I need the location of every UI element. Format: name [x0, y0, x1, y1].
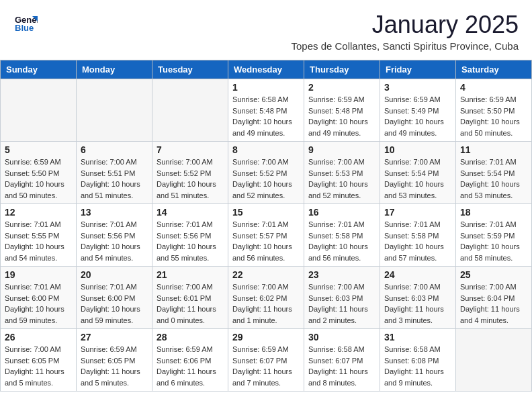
day-info: Sunrise: 7:01 AMSunset: 6:00 PMDaylight:… — [5, 281, 72, 326]
calendar-cell: 21Sunrise: 7:00 AMSunset: 6:01 PMDayligh… — [152, 267, 228, 329]
calendar-cell: 6Sunrise: 7:00 AMSunset: 5:51 PMDaylight… — [77, 142, 152, 204]
calendar-week-row: 12Sunrise: 7:01 AMSunset: 5:55 PMDayligh… — [1, 204, 532, 267]
location-subtitle: Topes de Collantes, Sancti Spiritus Prov… — [291, 40, 519, 52]
calendar-cell: 7Sunrise: 7:00 AMSunset: 5:52 PMDaylight… — [152, 142, 228, 204]
day-number: 29 — [232, 332, 300, 342]
day-info: Sunrise: 6:58 AMSunset: 6:08 PMDaylight:… — [384, 344, 451, 388]
day-info: Sunrise: 7:01 AMSunset: 6:00 PMDaylight:… — [81, 281, 148, 326]
calendar-cell: 9Sunrise: 7:00 AMSunset: 5:53 PMDaylight… — [304, 142, 380, 204]
weekday-header-wednesday: Wednesday — [228, 60, 304, 79]
day-number: 28 — [157, 332, 224, 342]
day-info: Sunrise: 7:01 AMSunset: 5:56 PMDaylight:… — [157, 219, 224, 263]
day-number: 19 — [5, 269, 72, 280]
weekday-header-sunday: Sunday — [1, 60, 77, 79]
day-number: 14 — [157, 207, 224, 218]
day-info: Sunrise: 6:59 AMSunset: 6:06 PMDaylight:… — [157, 344, 224, 388]
calendar-cell: 1Sunrise: 6:58 AMSunset: 5:48 PMDaylight… — [228, 79, 304, 142]
calendar-cell: 4Sunrise: 6:59 AMSunset: 5:50 PMDaylight… — [456, 79, 532, 142]
calendar-week-row: 1Sunrise: 6:58 AMSunset: 5:48 PMDaylight… — [1, 79, 532, 142]
day-number: 17 — [384, 207, 451, 218]
day-info: Sunrise: 6:59 AMSunset: 6:05 PMDaylight:… — [81, 344, 148, 388]
calendar-table: SundayMondayTuesdayWednesdayThursdayFrid… — [0, 60, 532, 392]
day-info: Sunrise: 7:01 AMSunset: 5:54 PMDaylight:… — [460, 156, 527, 201]
calendar-cell: 12Sunrise: 7:01 AMSunset: 5:55 PMDayligh… — [1, 204, 77, 267]
day-info: Sunrise: 7:00 AMSunset: 6:03 PMDaylight:… — [308, 281, 375, 326]
day-number: 21 — [157, 269, 224, 280]
calendar-cell: 8Sunrise: 7:00 AMSunset: 5:52 PMDaylight… — [228, 142, 304, 204]
weekday-header-monday: Monday — [77, 60, 152, 79]
calendar-week-row: 26Sunrise: 7:00 AMSunset: 6:05 PMDayligh… — [1, 329, 532, 392]
calendar-week-row: 19Sunrise: 7:01 AMSunset: 6:00 PMDayligh… — [1, 267, 532, 329]
page-header: General Blue January 2025 Topes de Colla… — [0, 0, 532, 54]
day-info: Sunrise: 7:01 AMSunset: 5:55 PMDaylight:… — [5, 219, 72, 263]
calendar-cell: 11Sunrise: 7:01 AMSunset: 5:54 PMDayligh… — [456, 142, 532, 204]
day-number: 23 — [308, 269, 375, 280]
day-number: 25 — [460, 269, 527, 280]
weekday-header-tuesday: Tuesday — [152, 60, 228, 79]
day-number: 5 — [5, 144, 72, 155]
day-info: Sunrise: 7:01 AMSunset: 5:57 PMDaylight:… — [232, 219, 300, 263]
calendar-cell: 28Sunrise: 6:59 AMSunset: 6:06 PMDayligh… — [152, 329, 228, 392]
calendar-cell — [1, 79, 77, 142]
day-number: 10 — [384, 144, 451, 155]
calendar-cell: 26Sunrise: 7:00 AMSunset: 6:05 PMDayligh… — [1, 329, 77, 392]
month-title: January 2025 — [291, 11, 519, 39]
calendar-cell: 2Sunrise: 6:59 AMSunset: 5:48 PMDaylight… — [304, 79, 380, 142]
calendar-cell: 3Sunrise: 6:59 AMSunset: 5:49 PMDaylight… — [380, 79, 456, 142]
day-number: 20 — [81, 269, 148, 280]
day-info: Sunrise: 6:59 AMSunset: 6:07 PMDaylight:… — [232, 344, 300, 388]
calendar-cell: 20Sunrise: 7:01 AMSunset: 6:00 PMDayligh… — [77, 267, 152, 329]
day-info: Sunrise: 7:00 AMSunset: 6:01 PMDaylight:… — [157, 281, 224, 326]
day-number: 11 — [460, 144, 527, 155]
calendar-cell: 27Sunrise: 6:59 AMSunset: 6:05 PMDayligh… — [77, 329, 152, 392]
day-number: 12 — [5, 207, 72, 218]
day-info: Sunrise: 7:00 AMSunset: 5:52 PMDaylight:… — [157, 156, 224, 201]
day-number: 3 — [384, 82, 451, 93]
day-number: 9 — [308, 144, 375, 155]
calendar-cell: 13Sunrise: 7:01 AMSunset: 5:56 PMDayligh… — [77, 204, 152, 267]
weekday-header-saturday: Saturday — [456, 60, 532, 79]
day-info: Sunrise: 7:00 AMSunset: 5:54 PMDaylight:… — [384, 156, 451, 201]
day-number: 26 — [5, 332, 72, 342]
day-number: 30 — [308, 332, 375, 342]
calendar-cell — [456, 329, 532, 392]
day-number: 24 — [384, 269, 451, 280]
calendar-cell — [77, 79, 152, 142]
day-info: Sunrise: 6:59 AMSunset: 5:50 PMDaylight:… — [5, 156, 72, 201]
svg-text:Blue: Blue — [15, 23, 34, 33]
calendar-cell: 10Sunrise: 7:00 AMSunset: 5:54 PMDayligh… — [380, 142, 456, 204]
day-info: Sunrise: 6:58 AMSunset: 6:07 PMDaylight:… — [308, 344, 375, 388]
day-info: Sunrise: 7:01 AMSunset: 5:56 PMDaylight:… — [81, 219, 148, 263]
day-number: 6 — [81, 144, 148, 155]
day-info: Sunrise: 7:00 AMSunset: 6:02 PMDaylight:… — [232, 281, 300, 326]
day-info: Sunrise: 7:00 AMSunset: 5:51 PMDaylight:… — [81, 156, 148, 201]
title-block: January 2025 Topes de Collantes, Sancti … — [291, 11, 519, 52]
calendar-week-row: 5Sunrise: 6:59 AMSunset: 5:50 PMDaylight… — [1, 142, 532, 204]
day-info: Sunrise: 7:00 AMSunset: 6:03 PMDaylight:… — [384, 281, 451, 326]
calendar-cell: 23Sunrise: 7:00 AMSunset: 6:03 PMDayligh… — [304, 267, 380, 329]
day-info: Sunrise: 7:00 AMSunset: 6:05 PMDaylight:… — [5, 344, 72, 388]
day-info: Sunrise: 7:01 AMSunset: 5:59 PMDaylight:… — [460, 219, 527, 263]
day-info: Sunrise: 6:58 AMSunset: 5:48 PMDaylight:… — [232, 94, 300, 138]
day-info: Sunrise: 6:59 AMSunset: 5:48 PMDaylight:… — [308, 94, 375, 138]
day-info: Sunrise: 7:00 AMSunset: 5:53 PMDaylight:… — [308, 156, 375, 201]
weekday-header-thursday: Thursday — [304, 60, 380, 79]
day-number: 31 — [384, 332, 451, 342]
calendar-cell: 17Sunrise: 7:01 AMSunset: 5:58 PMDayligh… — [380, 204, 456, 267]
calendar-cell: 24Sunrise: 7:00 AMSunset: 6:03 PMDayligh… — [380, 267, 456, 329]
calendar-cell: 30Sunrise: 6:58 AMSunset: 6:07 PMDayligh… — [304, 329, 380, 392]
calendar-cell: 22Sunrise: 7:00 AMSunset: 6:02 PMDayligh… — [228, 267, 304, 329]
calendar-cell: 19Sunrise: 7:01 AMSunset: 6:00 PMDayligh… — [1, 267, 77, 329]
day-number: 27 — [81, 332, 148, 342]
calendar-cell: 16Sunrise: 7:01 AMSunset: 5:58 PMDayligh… — [304, 204, 380, 267]
logo-icon: General Blue — [13, 11, 38, 35]
day-number: 2 — [308, 82, 375, 93]
weekday-header-row: SundayMondayTuesdayWednesdayThursdayFrid… — [1, 60, 532, 79]
logo: General Blue — [13, 11, 38, 35]
day-number: 16 — [308, 207, 375, 218]
calendar-cell: 14Sunrise: 7:01 AMSunset: 5:56 PMDayligh… — [152, 204, 228, 267]
day-info: Sunrise: 7:00 AMSunset: 5:52 PMDaylight:… — [232, 156, 300, 201]
calendar-cell: 15Sunrise: 7:01 AMSunset: 5:57 PMDayligh… — [228, 204, 304, 267]
day-info: Sunrise: 7:01 AMSunset: 5:58 PMDaylight:… — [384, 219, 451, 263]
day-info: Sunrise: 6:59 AMSunset: 5:50 PMDaylight:… — [460, 94, 527, 138]
